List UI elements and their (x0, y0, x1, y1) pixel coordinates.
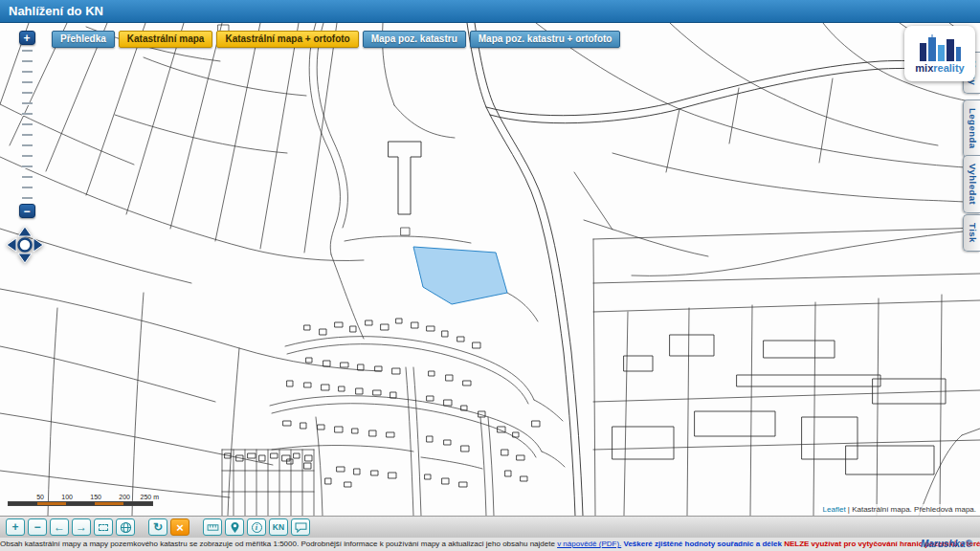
map-canvas[interactable] (0, 23, 980, 516)
brand-text: mixreality (915, 63, 964, 74)
scale-labels: 50100150200250 m (15, 494, 161, 500)
mixreality-logo[interactable]: mixreality (904, 26, 975, 81)
info-button[interactable]: i (247, 518, 266, 536)
zoom-in-button[interactable]: + (19, 31, 35, 45)
leaflet-link[interactable]: Leaflet (823, 505, 846, 514)
attribution-text: | Katastrální mapa. Přehledová mapa. (848, 505, 976, 514)
zoom-out-button[interactable]: − (19, 204, 35, 218)
pan-down-arrow[interactable] (18, 253, 32, 263)
map-toolbar: + − ← → ↻ × i KN (0, 516, 980, 538)
scale-bar: 50100150200250 m (8, 494, 153, 506)
map-attribution: Leaflet | Katastrální mapa. Přehledová m… (819, 504, 980, 516)
tab-mapa-poz-ortofoto[interactable]: Mapa poz. katastru + ortofoto (470, 31, 621, 48)
forward-button[interactable]: → (72, 518, 91, 536)
measure-button[interactable] (203, 518, 222, 536)
status-text: Obsah katastrální mapy a mapy pozemkovéh… (0, 540, 555, 548)
status-bar: Obsah katastrální mapy a mapy pozemkovéh… (0, 538, 980, 551)
tab-katastralni-mapa[interactable]: Katastrální mapa (119, 31, 213, 48)
layer-tabs: Přehledka Katastrální mapa Katastrální m… (52, 31, 620, 48)
pan-center[interactable] (19, 239, 32, 252)
pin-icon (230, 521, 240, 534)
kn-button[interactable]: KN (269, 518, 288, 536)
tab-prehledka[interactable]: Přehledka (52, 31, 115, 48)
app-window: Nahlížení do KN (0, 0, 980, 551)
map-viewport[interactable]: Přehledka Katastrální mapa Katastrální m… (0, 23, 980, 516)
warning-text-blue: Veškeré zjištěné hodnoty souřadnic a dél… (624, 540, 782, 548)
zoom-slider[interactable]: + − (17, 31, 36, 218)
zoom-in-tool-button[interactable]: + (6, 518, 25, 536)
close-button[interactable]: × (170, 518, 189, 536)
selection-rect-icon (99, 524, 108, 531)
zoom-rect-button[interactable] (94, 518, 113, 536)
help-pdf-link[interactable]: v nápovědě (PDF). (557, 540, 621, 548)
comment-button[interactable] (291, 518, 310, 536)
city-skyline-icon (918, 34, 962, 61)
back-button[interactable]: ← (50, 518, 69, 536)
page-title: Nahlížení do KN (0, 0, 980, 23)
zoom-out-tool-button[interactable]: − (28, 518, 47, 536)
marushka-logo: Marushka® (921, 538, 972, 550)
overview-button[interactable] (116, 518, 135, 536)
speech-bubble-icon (295, 522, 307, 533)
sidebar-tab-legenda[interactable]: Legenda (963, 99, 980, 158)
globe-icon (120, 521, 132, 534)
zoom-ticks[interactable] (22, 45, 33, 204)
sidebar-tab-tisk[interactable]: Tisk (963, 214, 980, 252)
refresh-button[interactable]: ↻ (148, 518, 167, 536)
tab-mapa-poz-katastru[interactable]: Mapa poz. katastru (363, 31, 466, 48)
selected-parcel[interactable] (413, 247, 507, 304)
sidebar-tab-vyhledat[interactable]: Vyhledat (963, 155, 980, 213)
marker-button[interactable] (225, 518, 244, 536)
ruler-icon (207, 523, 219, 532)
pan-control[interactable] (6, 226, 44, 268)
pan-right-arrow[interactable] (33, 238, 43, 252)
tab-katastralni-ortofoto[interactable]: Katastrální mapa + ortofoto (216, 31, 358, 48)
pan-up-arrow[interactable] (18, 227, 32, 236)
info-icon: i (252, 522, 262, 533)
pan-left-arrow[interactable] (7, 238, 16, 252)
scale-segments (8, 501, 153, 506)
